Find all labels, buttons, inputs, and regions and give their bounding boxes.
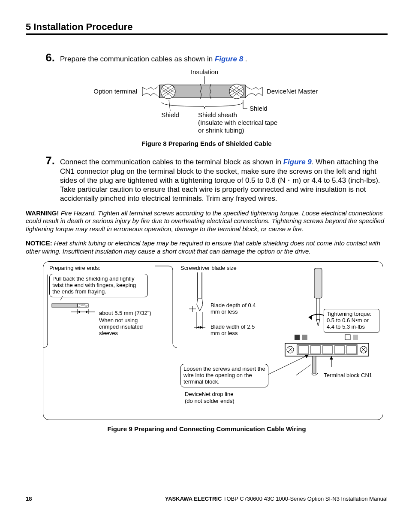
step6-text-a: Prepare the communication cables as show… — [60, 55, 215, 63]
svg-rect-22 — [314, 268, 322, 298]
section-heading: 5 Installation Procedure — [26, 21, 388, 35]
notice-block: NOTICE: Heat shrink tubing or electrical… — [26, 239, 388, 256]
label-insulation: Insulation — [191, 68, 218, 76]
notice-text: Heat shrink tubing or electrical tape ma… — [26, 239, 380, 255]
label-sheath-a: Shield sheath — [198, 111, 237, 118]
page-number: 18 — [26, 496, 32, 502]
svg-rect-37 — [347, 345, 356, 354]
notice-label: NOTICE: — [26, 239, 52, 247]
svg-rect-23 — [316, 298, 320, 320]
callout-tightening-torque: Tightening torque: 0.5 to 0.6 N•m or 4.4… — [324, 309, 379, 332]
step-text: Connect the communication cables to the … — [60, 155, 388, 203]
figure-9-link[interactable]: Figure 9 — [283, 158, 312, 166]
step-6: 6. Prepare the communication cables as s… — [43, 52, 388, 63]
label-blade-width: Blade width of 2.5 mm or less — [211, 324, 258, 337]
step-number: 7. — [43, 155, 60, 166]
label-sheath-c: or shrink tubing) — [198, 127, 244, 134]
label-terminal-block: Terminal block CN1 — [324, 372, 372, 379]
callout-loosen-screws: Loosen the screws and insert the wire in… — [180, 364, 268, 387]
label-shield-left: Shield — [161, 111, 179, 118]
figure-8: Insulation Option terminal DeviceNet Mas… — [26, 68, 388, 147]
label-blade-depth: Blade depth of 0.4 mm or less — [211, 302, 258, 315]
label-shield-right: Shield — [250, 105, 268, 112]
svg-rect-39 — [302, 335, 307, 340]
figure-8-link[interactable]: Figure 8 — [215, 55, 243, 63]
doc-company: YASKAWA ELECTRIC — [165, 496, 222, 502]
step-7: 7. Connect the communication cables to t… — [43, 155, 388, 203]
svg-rect-38 — [295, 335, 300, 340]
svg-marker-18 — [197, 326, 199, 329]
svg-marker-47 — [330, 356, 333, 360]
figure-8-diagram: Insulation Option terminal DeviceNet Mas… — [87, 68, 327, 136]
step7-text-a: Connect the communication cables to the … — [60, 158, 283, 166]
warning-label: WARNING! — [26, 209, 59, 217]
figure-9-caption: Figure 9 Preparing and Connecting Commun… — [26, 425, 388, 432]
step-text: Prepare the communication cables as show… — [60, 52, 388, 63]
label-sheath-b: (Insulate with electrical tape — [198, 119, 277, 126]
doc-title: TOBP C730600 43C 1000-Series Option SI-N… — [222, 496, 388, 502]
label-option-terminal: Option terminal — [93, 88, 137, 95]
page-footer: 18 YASKAWA ELECTRIC TOBP C730600 43C 100… — [26, 496, 388, 502]
svg-rect-35 — [323, 345, 332, 354]
svg-rect-36 — [335, 345, 344, 354]
svg-marker-24 — [309, 315, 312, 320]
left-bracket — [43, 262, 177, 420]
svg-rect-33 — [299, 345, 308, 354]
figure-9-diagram: Preparing wire ends: Pull back the shiel… — [43, 261, 383, 420]
svg-line-43 — [268, 355, 309, 375]
warning-text: Fire Hazard. Tighten all terminal screws… — [26, 209, 384, 233]
figure-8-caption: Figure 8 Preparing Ends of Shielded Cabl… — [26, 140, 388, 147]
doc-id: YASKAWA ELECTRIC TOBP C730600 43C 1000-S… — [165, 496, 388, 502]
svg-rect-40 — [345, 335, 350, 340]
step-number: 6. — [43, 52, 60, 63]
warning-block: WARNING! Fire Hazard. Tighten all termin… — [26, 209, 388, 233]
step6-text-b: . — [243, 55, 247, 63]
label-devicenet-master: DeviceNet Master — [267, 88, 318, 95]
label-dropline-b: (do not solder ends) — [185, 398, 235, 405]
svg-line-4 — [169, 100, 170, 111]
svg-marker-19 — [200, 326, 203, 329]
svg-rect-34 — [311, 345, 320, 354]
svg-line-45 — [268, 365, 311, 375]
svg-rect-42 — [313, 356, 316, 373]
label-screwdriver-size: Screwdriver blade size — [180, 265, 237, 272]
label-dropline-a: DeviceNet drop line — [185, 391, 233, 398]
svg-rect-41 — [353, 335, 358, 340]
